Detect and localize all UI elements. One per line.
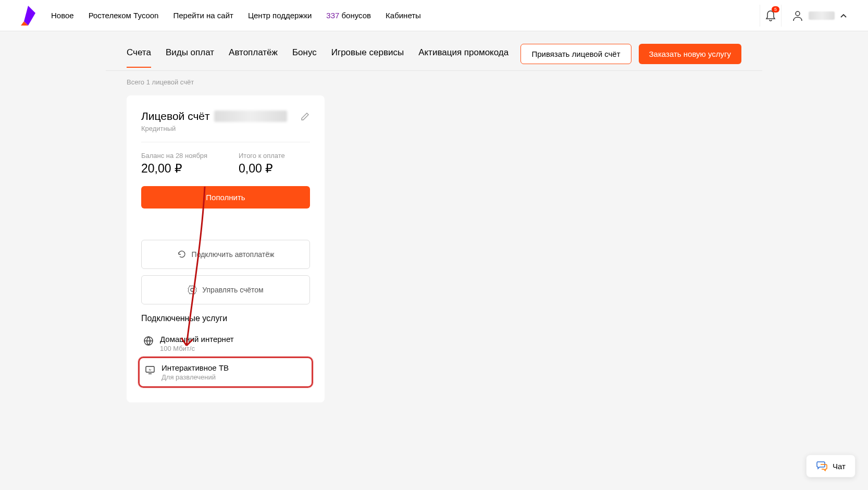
svg-marker-1 bbox=[188, 286, 196, 294]
card-title: Лицевой счёт bbox=[141, 110, 210, 123]
svg-point-2 bbox=[191, 288, 194, 291]
action-buttons: Привязать лицевой счёт Заказать новую ус… bbox=[520, 44, 741, 70]
notifications-button[interactable]: 5 bbox=[760, 5, 782, 27]
nav-tycoon[interactable]: Ростелеком Tycoon bbox=[89, 11, 159, 20]
link-account-button[interactable]: Привязать лицевой счёт bbox=[520, 44, 631, 64]
main-nav: Новое Ростелеком Tycoon Перейти на сайт … bbox=[51, 11, 760, 20]
due-label: Итого к оплате bbox=[239, 152, 285, 160]
bonus-count: 337 bbox=[326, 11, 339, 20]
balance-row: Баланс на 28 ноября 20,00 ₽ Итого к опла… bbox=[141, 152, 310, 176]
user-menu[interactable] bbox=[792, 10, 847, 21]
svg-point-0 bbox=[796, 11, 800, 16]
balance-block: Баланс на 28 ноября 20,00 ₽ bbox=[141, 152, 207, 176]
manage-btn-label: Управлять счётом bbox=[202, 286, 263, 294]
nav-website[interactable]: Перейти на сайт bbox=[173, 11, 233, 20]
user-icon bbox=[792, 10, 803, 21]
order-service-button[interactable]: Заказать новую услугу bbox=[639, 44, 741, 64]
service-text: Домашний интернет 100 Мбит/с bbox=[160, 335, 234, 352]
due-block: Итого к оплате 0,00 ₽ bbox=[239, 152, 285, 176]
bonus-label: бонусов bbox=[342, 11, 371, 20]
app-header: Новое Ростелеком Tycoon Перейти на сайт … bbox=[0, 0, 868, 31]
chevron-up-icon bbox=[840, 13, 847, 18]
nav-cabinets[interactable]: Кабинеты bbox=[386, 11, 421, 20]
account-card: Лицевой счёт Кредитный Баланс на 28 нояб… bbox=[127, 95, 325, 402]
refresh-icon bbox=[177, 250, 187, 259]
service-internet[interactable]: Домашний интернет 100 Мбит/с bbox=[141, 330, 310, 357]
notif-badge: 5 bbox=[772, 6, 779, 13]
nav-bonus[interactable]: 337 бонусов bbox=[326, 11, 371, 20]
balance-label: Баланс на 28 ноября bbox=[141, 152, 207, 160]
edit-account-button[interactable] bbox=[301, 112, 310, 121]
globe-icon bbox=[143, 336, 154, 346]
gear-icon bbox=[188, 285, 197, 295]
due-value: 0,00 ₽ bbox=[239, 162, 285, 176]
service-name: Домашний интернет bbox=[160, 335, 234, 344]
service-name: Интерактивное ТВ bbox=[162, 363, 229, 372]
tab-accounts[interactable]: Счета bbox=[127, 47, 151, 67]
user-name bbox=[809, 11, 835, 20]
tv-icon: tv bbox=[145, 364, 155, 375]
service-desc: Для развлечений bbox=[162, 373, 229, 381]
manage-account-button[interactable]: Управлять счётом bbox=[141, 275, 310, 304]
divider bbox=[141, 142, 310, 142]
tab-autopay[interactable]: Автоплатёж bbox=[229, 47, 278, 67]
card-title-row: Лицевой счёт bbox=[141, 110, 310, 123]
service-tv[interactable]: tv Интерактивное ТВ Для развлечений bbox=[138, 357, 313, 388]
refill-button[interactable]: Пополнить bbox=[141, 186, 310, 209]
tab-game-services[interactable]: Игровые сервисы bbox=[331, 47, 404, 67]
tab-payment-types[interactable]: Виды оплат bbox=[166, 47, 214, 67]
pencil-icon bbox=[301, 112, 310, 121]
service-desc: 100 Мбит/с bbox=[160, 345, 234, 352]
card-subtitle: Кредитный bbox=[141, 125, 310, 132]
tabs-row: Счета Виды оплат Автоплатёж Бонус Игровы… bbox=[106, 31, 762, 71]
nav-support[interactable]: Центр поддержки bbox=[248, 11, 312, 20]
svg-text:tv: tv bbox=[149, 368, 152, 371]
account-number bbox=[214, 111, 287, 122]
nav-new[interactable]: Новое bbox=[51, 11, 74, 20]
header-right: 5 bbox=[760, 5, 847, 27]
tabs-group: Счета Виды оплат Автоплатёж Бонус Игровы… bbox=[127, 47, 520, 67]
logo[interactable] bbox=[21, 6, 35, 26]
enable-autopay-button[interactable]: Подключить автоплатёж bbox=[141, 240, 310, 269]
service-text: Интерактивное ТВ Для развлечений bbox=[162, 363, 229, 381]
account-count-label: Всего 1 лицевой счёт bbox=[127, 78, 741, 86]
tab-bonus[interactable]: Бонус bbox=[292, 47, 317, 67]
autopay-btn-label: Подключить автоплатёж bbox=[192, 250, 275, 259]
balance-value: 20,00 ₽ bbox=[141, 162, 207, 176]
services-title: Подключенные услуги bbox=[141, 314, 310, 323]
tab-promo[interactable]: Активация промокода bbox=[418, 47, 509, 67]
content: Всего 1 лицевой счёт Лицевой счёт Кредит… bbox=[106, 71, 762, 423]
